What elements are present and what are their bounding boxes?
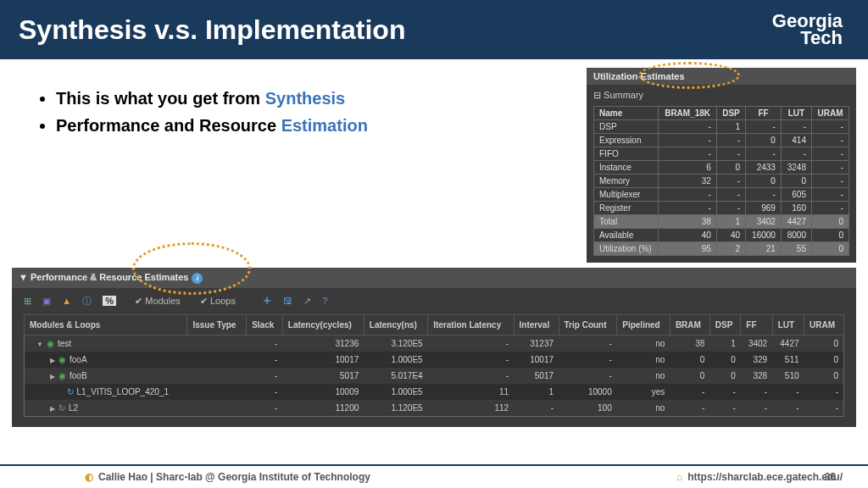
perf-col: Modules & Loops bbox=[25, 315, 187, 336]
perf-col: FF bbox=[741, 315, 772, 336]
perf-col: BRAM bbox=[670, 315, 709, 336]
tree-icon[interactable]: ⊞ bbox=[24, 296, 31, 306]
perf-col: Trip Count bbox=[559, 315, 617, 336]
synthesis-em: Synthesis bbox=[265, 89, 345, 108]
utilization-header: Utilization Estimates bbox=[587, 68, 856, 85]
perf-col: DSP bbox=[709, 315, 741, 336]
performance-header[interactable]: ▼ Performance & Resource Estimatesi bbox=[12, 268, 856, 288]
help-icon[interactable]: ? bbox=[322, 296, 327, 306]
table-row[interactable]: ▶↻L2-112001.120E5112-100no----- bbox=[25, 400, 844, 417]
table-row[interactable]: ▶◉fooA-100171.000E5-10017-no003295110 bbox=[25, 352, 844, 368]
perf-col: Latency(cycles) bbox=[282, 315, 364, 336]
table-row[interactable]: ▼◉test-312363.120E5-31237-no381340244270 bbox=[25, 336, 844, 352]
footer-url: https://sharclab.ece.gatech.edu/ bbox=[676, 471, 843, 483]
percent-icon[interactable]: % bbox=[103, 296, 116, 306]
slide-header: Synthesis v.s. Implementation Georgia Te… bbox=[0, 0, 868, 59]
estimation-em: Estimation bbox=[281, 116, 368, 135]
footer-author: Callie Hao | Sharc-lab @ Georgia Institu… bbox=[85, 471, 370, 483]
summary-label[interactable]: ⊟ Summary bbox=[587, 85, 856, 106]
util-col: URAM bbox=[811, 107, 849, 120]
info2-icon[interactable]: ⓘ bbox=[82, 296, 92, 306]
add-icon[interactable]: 🞢 bbox=[263, 296, 272, 306]
perf-col: Interval bbox=[514, 315, 559, 336]
perf-col: Latency(ns) bbox=[364, 315, 427, 336]
slide-footer: Callie Hao | Sharc-lab @ Georgia Institu… bbox=[0, 464, 868, 488]
modules-check[interactable]: ✔ Modules bbox=[135, 296, 189, 306]
georgia-tech-logo: Georgia Tech bbox=[772, 13, 843, 47]
util-col: Name bbox=[594, 107, 659, 120]
table-row[interactable]: ↻L1_VITIS_LOOP_420_1-100091.000E51111000… bbox=[25, 384, 844, 400]
utilization-panel: Utilization Estimates ⊟ Summary NameBRAM… bbox=[587, 68, 856, 263]
slide-title: Synthesis v.s. Implementation bbox=[19, 14, 405, 46]
util-col: DSP bbox=[716, 107, 745, 120]
perf-col: Pipelined bbox=[617, 315, 670, 336]
export-icon[interactable]: ↗ bbox=[303, 296, 311, 306]
perf-col: URAM bbox=[804, 315, 844, 336]
perf-col: LUT bbox=[772, 315, 804, 336]
perf-col: Slack bbox=[247, 315, 283, 336]
util-header-row: NameBRAM_18KDSPFFLUTURAM bbox=[594, 107, 849, 120]
perf-col: Issue Type bbox=[187, 315, 247, 336]
perf-col: Iteration Latency bbox=[428, 315, 514, 336]
utilization-table: NameBRAM_18KDSPFFLUTURAM DSP-1---Express… bbox=[593, 106, 849, 256]
save-icon[interactable]: 🖫 bbox=[283, 296, 292, 306]
performance-panel: ▼ Performance & Resource Estimatesi ⊞ ▣ … bbox=[12, 268, 856, 427]
info-icon[interactable]: i bbox=[192, 273, 203, 284]
table-row[interactable]: ▶◉fooB-50175.017E4-5017-no003285100 bbox=[25, 368, 844, 384]
warn-icon[interactable]: ▲ bbox=[62, 296, 71, 306]
performance-table: Modules & LoopsIssue TypeSlackLatency(cy… bbox=[24, 314, 844, 417]
util-col: BRAM_18K bbox=[659, 107, 716, 120]
block-icon[interactable]: ▣ bbox=[42, 296, 51, 306]
perf-toolbar: ⊞ ▣ ▲ ⓘ % ✔ Modules ✔ Loops 🞢 🖫 ↗ ? bbox=[12, 288, 856, 314]
loops-check[interactable]: ✔ Loops bbox=[200, 296, 244, 306]
page-number: 36 bbox=[825, 471, 836, 483]
util-col: LUT bbox=[781, 107, 811, 120]
util-col: FF bbox=[746, 107, 782, 120]
